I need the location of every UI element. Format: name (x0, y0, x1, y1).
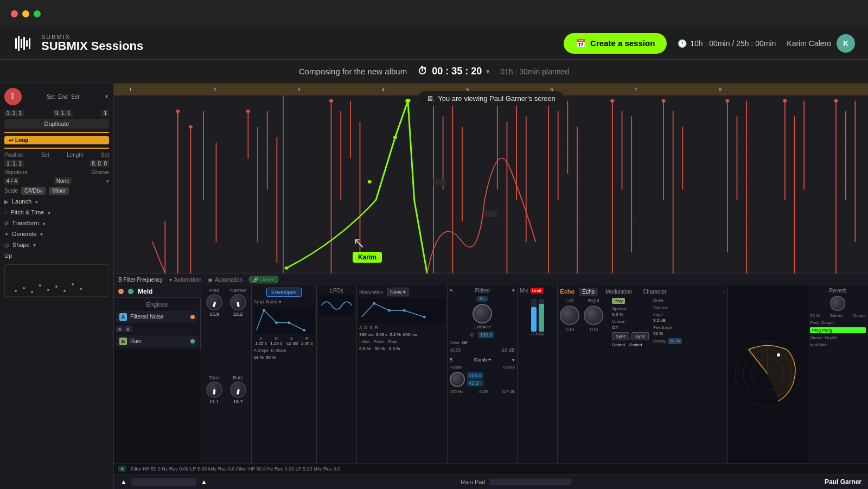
filter-knob-2[interactable] (450, 372, 465, 387)
fader-bar-2[interactable] (539, 299, 544, 332)
transport-bar (131, 478, 196, 486)
echo-tab-char[interactable]: Character (640, 288, 670, 296)
user-area[interactable]: Karim Calero K (787, 34, 855, 53)
right-echo-knob[interactable] (584, 306, 603, 325)
tone-dial[interactable] (206, 382, 222, 398)
svg-point-10 (47, 289, 49, 291)
comb-dropdown[interactable]: ▾ (512, 357, 515, 363)
sidebar-top: 🎙 Set End Set ▼ (4, 88, 109, 105)
echo-params: Poly Spread 0.0 % Unison Off Sync Sync (608, 298, 649, 461)
length-label: Length (67, 152, 84, 158)
svg-point-80 (368, 180, 372, 183)
roll-canvas[interactable]: ↖ Karim ↖ Daniela (114, 96, 868, 274)
sidebar-item-generate[interactable]: ✦ Generate ▾ (4, 230, 109, 238)
sidebar-item-up[interactable]: Up (4, 251, 109, 260)
play-button[interactable]: ▲ (120, 478, 127, 486)
user-avatar: K (837, 34, 855, 53)
filters-panel: A Filther ▾ BL 1.82 kHz Q 100.0 (448, 285, 518, 463)
output-val: Output (853, 313, 866, 318)
engine-B-tab[interactable]: B (124, 326, 131, 332)
rate-dial[interactable] (230, 382, 246, 398)
svg-point-74 (610, 99, 614, 103)
left-note: 1/16 (566, 327, 575, 332)
engine-slot-a[interactable]: A Filtered Noise (116, 311, 198, 323)
filter-dropdown[interactable]: ▾ (512, 288, 515, 293)
loop-bar[interactable]: ↩ Loop (4, 136, 109, 144)
signature-label: Signature (4, 169, 28, 175)
filter-knob[interactable] (473, 304, 492, 323)
initial-val: 0.0 % (359, 346, 370, 351)
echo-col-right: Right 1/16 (584, 298, 603, 461)
session-bar: Composing for the new album ⏱ 00 : 35 : … (0, 60, 868, 84)
echo-tab-mod[interactable]: Modulation (602, 288, 635, 296)
filter-tone-val: -0.33 (450, 347, 461, 353)
stop-button[interactable]: ▲ (201, 478, 207, 486)
ping-pong-badge[interactable]: Ping Pong (810, 327, 866, 333)
set-label-2: Set (71, 94, 79, 100)
svg-point-66 (176, 110, 180, 113)
lfo-svg (319, 295, 354, 316)
echo-col-left: Left 1/16 (560, 298, 579, 461)
b-filter-label: B Filter Frequency (118, 277, 163, 283)
reverb-knob-1[interactable] (830, 296, 845, 311)
svg-point-67 (189, 125, 193, 129)
reverb-header: Reverb (810, 288, 866, 294)
engine-slot-b[interactable]: B Rain (116, 335, 198, 347)
filter-a-label: A (450, 288, 453, 293)
svg-point-78 (834, 99, 838, 103)
create-session-button[interactable]: 📅 Create a session (564, 33, 667, 54)
tone-dial-group: Tone 11.1 (203, 375, 225, 404)
output-label: Output (821, 320, 834, 325)
envelopes-tab[interactable]: Envelopes (266, 288, 302, 297)
filter-bottom-bar: ◉ Filter HP 50.0 Hz Res 0.00 LP 5.00 kHz… (114, 463, 868, 474)
radar-area (728, 285, 808, 463)
top-navigation: SUBMIX SUBMIX Sessions 📅 Create a sessio… (0, 27, 868, 60)
dotted-1: Dotted (612, 342, 625, 347)
freq-dial[interactable] (206, 294, 222, 310)
svg-rect-46 (484, 211, 497, 217)
narrow-dial[interactable] (230, 294, 246, 310)
b-filter-item[interactable]: B Filter Frequency (118, 277, 163, 283)
engine-A-tab[interactable]: A (116, 326, 123, 332)
session-timer: ⏱ 00 : 35 : 20 ▾ (418, 66, 489, 77)
duplicate-button[interactable]: Duplicate (4, 119, 109, 129)
sync-btn-2[interactable]: Sync (631, 332, 649, 340)
sidebar-item-launch[interactable]: ▶ Launch ◂ (4, 197, 109, 206)
left-echo-knob[interactable] (560, 306, 579, 325)
scale-value[interactable]: C#/Db♭ (21, 187, 46, 195)
feedb-label: Feedb (450, 365, 462, 370)
s-val-2: 2.3 % (390, 332, 400, 337)
mod-dropdown-a[interactable]: None ▾ (387, 288, 409, 296)
q-label: Q (470, 332, 473, 337)
r-val-2: 600 ms (403, 332, 417, 337)
filter-bar-text: Filter HP 50.0 Hz Res 0.00 LP 5.00 kHz R… (131, 466, 340, 472)
fullscreen-button[interactable] (34, 10, 41, 17)
mix-db-val: -7.5 dB (520, 332, 555, 336)
right-label: Right (588, 298, 599, 303)
sidebar-item-transform[interactable]: ⟳ Transform ◂ (4, 219, 109, 227)
reverb-panel: Reverb 25 % Stereo Output Post Output Pi… (808, 285, 868, 463)
automation-item[interactable]: ▾ Automation (169, 277, 202, 283)
timer-dropdown[interactable]: ▾ (486, 68, 489, 75)
auto-dropdown: ▾ (169, 277, 172, 283)
svg-point-12 (63, 290, 66, 292)
fader-bar-1[interactable] (531, 299, 537, 332)
svg-point-13 (72, 283, 74, 285)
sidebar-item-pitch-time[interactable]: ≈ Pitch & Time ◂ (4, 208, 109, 217)
filter-bl-badge: BL (476, 296, 488, 302)
svg-rect-0 (15, 38, 17, 49)
none-dropdown[interactable]: None ▾ (266, 299, 282, 304)
fader-fill-2 (539, 304, 544, 332)
scale-mode[interactable]: Minor (49, 187, 69, 195)
sidebar-item-shape[interactable]: ◎ Shape ▾ (4, 240, 109, 249)
linked-badge[interactable]: 🔗 Linked (249, 276, 278, 283)
mod-label: Modulation (359, 289, 383, 295)
mic-button[interactable]: 🎙 (4, 88, 22, 105)
echo-tab-echo[interactable]: Echo (579, 288, 598, 296)
mix-panel: Mix Limit -7.5 dB (518, 285, 558, 463)
minimize-button[interactable] (22, 10, 29, 17)
sync-btn-1[interactable]: Sync (612, 332, 629, 340)
close-button[interactable] (11, 10, 18, 17)
automation-item-2[interactable]: ◉ Automation (208, 277, 242, 283)
scale-label: Scale (4, 188, 18, 194)
